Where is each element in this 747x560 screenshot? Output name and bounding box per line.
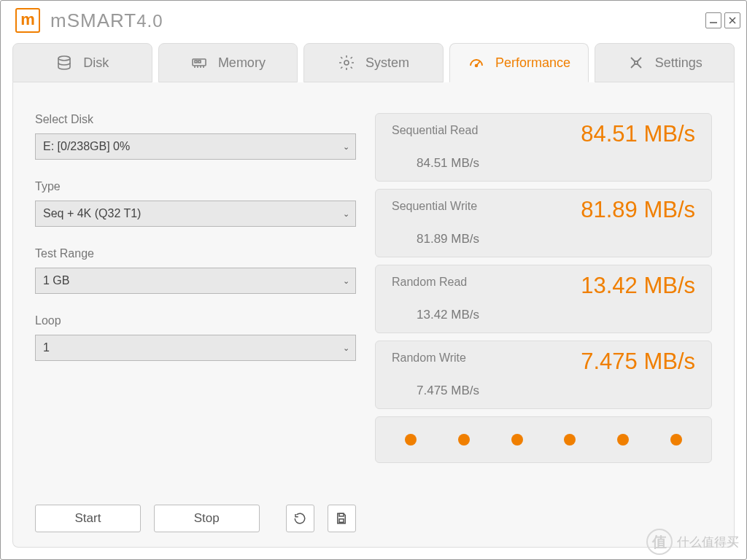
progress-dot xyxy=(617,434,629,446)
app-window: m mSMART4.0 Disk Memory xyxy=(0,0,747,560)
left-panel: Select Disk E: [0/238GB] 0% ⌄ Type Seq +… xyxy=(35,113,356,532)
card-value-big: 13.42 MB/s xyxy=(581,273,695,299)
tab-memory[interactable]: Memory xyxy=(158,43,298,82)
tab-system[interactable]: System xyxy=(303,43,444,82)
svg-rect-10 xyxy=(198,61,201,63)
test-range-dropdown[interactable]: 1 GB ⌄ xyxy=(35,268,356,294)
close-button[interactable] xyxy=(724,12,740,28)
select-value: 1 GB xyxy=(43,274,69,287)
progress-dot xyxy=(405,434,417,446)
card-value-small: 84.51 MB/s xyxy=(417,156,695,171)
type-dropdown[interactable]: Seq + 4K (Q32 T1) ⌄ xyxy=(35,201,356,227)
progress-dot xyxy=(564,434,576,446)
card-value-small: 81.89 MB/s xyxy=(417,232,695,246)
refresh-icon xyxy=(293,512,306,525)
minimize-button[interactable] xyxy=(705,12,721,28)
settings-icon xyxy=(627,54,645,71)
svg-rect-17 xyxy=(339,513,344,516)
app-title-main: mSMART xyxy=(50,9,136,31)
title-bar: m mSMART4.0 xyxy=(1,1,746,40)
tab-label: System xyxy=(365,55,409,71)
field-loop: Loop 1 ⌄ xyxy=(35,314,356,361)
svg-point-13 xyxy=(476,65,478,67)
action-row: Start Stop xyxy=(35,505,356,532)
app-title: mSMART4.0 xyxy=(50,9,163,32)
tab-label: Disk xyxy=(83,55,109,71)
progress-dot xyxy=(670,434,682,446)
start-button[interactable]: Start xyxy=(35,505,141,532)
chevron-down-icon: ⌄ xyxy=(343,142,349,152)
svg-point-3 xyxy=(58,56,70,61)
content-pane: Select Disk E: [0/238GB] 0% ⌄ Type Seq +… xyxy=(12,82,735,548)
progress-dots-card xyxy=(375,416,712,463)
progress-dot xyxy=(458,434,470,446)
gauge-icon xyxy=(468,54,485,71)
field-label: Loop xyxy=(35,314,356,327)
svg-rect-18 xyxy=(339,519,344,523)
select-value: 1 xyxy=(43,341,50,354)
tab-label: Memory xyxy=(218,55,266,71)
svg-point-11 xyxy=(344,61,349,65)
disk-icon xyxy=(55,54,73,71)
save-button[interactable] xyxy=(328,505,356,532)
select-value: Seq + 4K (Q32 T1) xyxy=(43,207,141,220)
card-value-big: 84.51 MB/s xyxy=(581,121,695,147)
progress-dot xyxy=(511,434,523,446)
chevron-down-icon: ⌄ xyxy=(343,276,349,286)
card-sequential-write: Sequential Write 81.89 MB/s 81.89 MB/s xyxy=(375,189,712,257)
save-icon xyxy=(335,512,348,525)
gear-icon xyxy=(338,54,355,71)
card-value-small: 7.475 MB/s xyxy=(417,384,695,398)
tab-disk[interactable]: Disk xyxy=(12,43,152,82)
tab-bar: Disk Memory System Performance Settings xyxy=(1,43,746,82)
svg-rect-9 xyxy=(195,61,197,63)
memory-icon xyxy=(190,54,208,71)
select-disk-dropdown[interactable]: E: [0/238GB] 0% ⌄ xyxy=(35,133,356,160)
field-label: Select Disk xyxy=(35,113,356,126)
field-label: Type xyxy=(35,180,356,193)
button-label: Start xyxy=(74,511,101,526)
card-value-big: 7.475 MB/s xyxy=(581,349,695,375)
app-logo-icon: m xyxy=(15,8,40,33)
tab-settings[interactable]: Settings xyxy=(595,43,735,82)
minimize-icon xyxy=(709,16,718,25)
refresh-button[interactable] xyxy=(286,505,314,532)
card-value-big: 81.89 MB/s xyxy=(581,197,695,223)
field-select-disk: Select Disk E: [0/238GB] 0% ⌄ xyxy=(35,113,356,160)
watermark-text: 什么值得买 xyxy=(677,534,739,551)
chevron-down-icon: ⌄ xyxy=(343,209,349,219)
chevron-down-icon: ⌄ xyxy=(343,343,349,353)
field-type: Type Seq + 4K (Q32 T1) ⌄ xyxy=(35,180,356,227)
select-value: E: [0/238GB] 0% xyxy=(43,140,130,153)
svg-point-16 xyxy=(634,61,637,64)
field-label: Test Range xyxy=(35,247,356,260)
card-random-read: Random Read 13.42 MB/s 13.42 MB/s xyxy=(375,265,712,333)
source-watermark: 值 什么值得买 xyxy=(646,529,739,555)
results-panel: Sequential Read 84.51 MB/s 84.51 MB/s Se… xyxy=(375,113,712,532)
card-value-small: 13.42 MB/s xyxy=(417,308,695,322)
stop-button[interactable]: Stop xyxy=(154,505,260,532)
loop-dropdown[interactable]: 1 ⌄ xyxy=(35,335,356,361)
watermark-icon: 值 xyxy=(646,529,673,555)
button-label: Stop xyxy=(194,511,220,526)
tab-performance[interactable]: Performance xyxy=(449,43,589,82)
card-random-write: Random Write 7.475 MB/s 7.475 MB/s xyxy=(375,341,712,409)
tab-label: Settings xyxy=(655,55,703,71)
card-sequential-read: Sequential Read 84.51 MB/s 84.51 MB/s xyxy=(375,113,712,182)
field-test-range: Test Range 1 GB ⌄ xyxy=(35,247,356,294)
tab-label: Performance xyxy=(495,55,570,71)
app-title-version: 4.0 xyxy=(136,11,163,31)
close-icon xyxy=(728,16,737,25)
